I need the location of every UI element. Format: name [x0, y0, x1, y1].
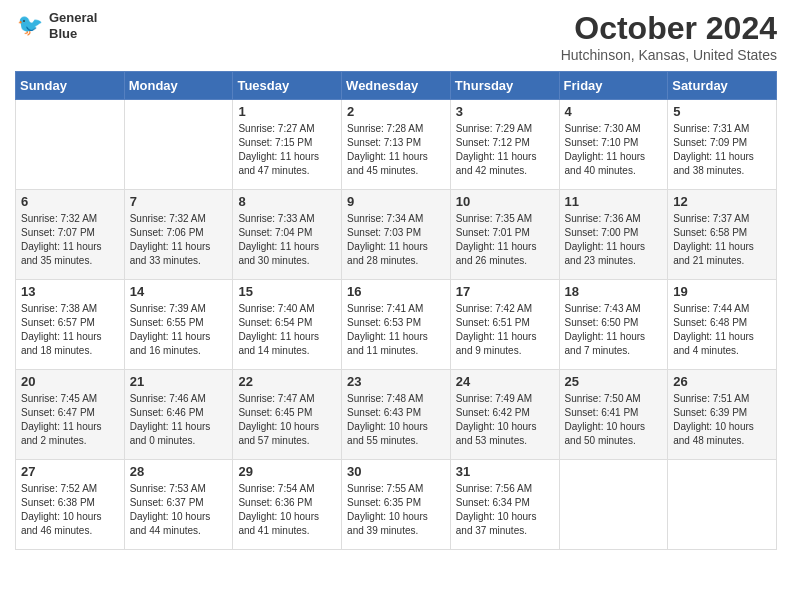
calendar-cell: 7Sunrise: 7:32 AM Sunset: 7:06 PM Daylig… [124, 190, 233, 280]
calendar-cell: 27Sunrise: 7:52 AM Sunset: 6:38 PM Dayli… [16, 460, 125, 550]
calendar-cell [559, 460, 668, 550]
day-number: 20 [21, 374, 119, 389]
calendar-cell: 5Sunrise: 7:31 AM Sunset: 7:09 PM Daylig… [668, 100, 777, 190]
day-number: 13 [21, 284, 119, 299]
day-number: 17 [456, 284, 554, 299]
calendar-cell [124, 100, 233, 190]
calendar-cell: 9Sunrise: 7:34 AM Sunset: 7:03 PM Daylig… [342, 190, 451, 280]
logo-text: General Blue [49, 10, 97, 41]
calendar-cell: 17Sunrise: 7:42 AM Sunset: 6:51 PM Dayli… [450, 280, 559, 370]
logo-icon: 🐦 [15, 11, 45, 41]
calendar-week-row: 6Sunrise: 7:32 AM Sunset: 7:07 PM Daylig… [16, 190, 777, 280]
day-info: Sunrise: 7:27 AM Sunset: 7:15 PM Dayligh… [238, 122, 336, 178]
day-info: Sunrise: 7:32 AM Sunset: 7:06 PM Dayligh… [130, 212, 228, 268]
calendar-cell: 10Sunrise: 7:35 AM Sunset: 7:01 PM Dayli… [450, 190, 559, 280]
calendar-cell: 12Sunrise: 7:37 AM Sunset: 6:58 PM Dayli… [668, 190, 777, 280]
day-info: Sunrise: 7:34 AM Sunset: 7:03 PM Dayligh… [347, 212, 445, 268]
logo: 🐦 General Blue [15, 10, 97, 41]
day-number: 9 [347, 194, 445, 209]
calendar-cell: 26Sunrise: 7:51 AM Sunset: 6:39 PM Dayli… [668, 370, 777, 460]
calendar-cell: 31Sunrise: 7:56 AM Sunset: 6:34 PM Dayli… [450, 460, 559, 550]
calendar-cell: 1Sunrise: 7:27 AM Sunset: 7:15 PM Daylig… [233, 100, 342, 190]
calendar-cell: 8Sunrise: 7:33 AM Sunset: 7:04 PM Daylig… [233, 190, 342, 280]
day-info: Sunrise: 7:54 AM Sunset: 6:36 PM Dayligh… [238, 482, 336, 538]
day-info: Sunrise: 7:48 AM Sunset: 6:43 PM Dayligh… [347, 392, 445, 448]
weekday-header-row: SundayMondayTuesdayWednesdayThursdayFrid… [16, 72, 777, 100]
day-info: Sunrise: 7:52 AM Sunset: 6:38 PM Dayligh… [21, 482, 119, 538]
day-info: Sunrise: 7:33 AM Sunset: 7:04 PM Dayligh… [238, 212, 336, 268]
day-number: 16 [347, 284, 445, 299]
calendar-cell: 25Sunrise: 7:50 AM Sunset: 6:41 PM Dayli… [559, 370, 668, 460]
day-info: Sunrise: 7:50 AM Sunset: 6:41 PM Dayligh… [565, 392, 663, 448]
day-info: Sunrise: 7:51 AM Sunset: 6:39 PM Dayligh… [673, 392, 771, 448]
svg-text:🐦: 🐦 [17, 12, 44, 38]
day-info: Sunrise: 7:30 AM Sunset: 7:10 PM Dayligh… [565, 122, 663, 178]
day-info: Sunrise: 7:44 AM Sunset: 6:48 PM Dayligh… [673, 302, 771, 358]
month-title: October 2024 [561, 10, 777, 47]
day-info: Sunrise: 7:56 AM Sunset: 6:34 PM Dayligh… [456, 482, 554, 538]
day-info: Sunrise: 7:29 AM Sunset: 7:12 PM Dayligh… [456, 122, 554, 178]
day-info: Sunrise: 7:37 AM Sunset: 6:58 PM Dayligh… [673, 212, 771, 268]
day-number: 6 [21, 194, 119, 209]
weekday-header: Monday [124, 72, 233, 100]
day-number: 15 [238, 284, 336, 299]
calendar-week-row: 20Sunrise: 7:45 AM Sunset: 6:47 PM Dayli… [16, 370, 777, 460]
day-info: Sunrise: 7:45 AM Sunset: 6:47 PM Dayligh… [21, 392, 119, 448]
weekday-header: Wednesday [342, 72, 451, 100]
calendar-cell: 20Sunrise: 7:45 AM Sunset: 6:47 PM Dayli… [16, 370, 125, 460]
day-number: 22 [238, 374, 336, 389]
weekday-header: Tuesday [233, 72, 342, 100]
calendar-cell: 21Sunrise: 7:46 AM Sunset: 6:46 PM Dayli… [124, 370, 233, 460]
day-info: Sunrise: 7:28 AM Sunset: 7:13 PM Dayligh… [347, 122, 445, 178]
day-info: Sunrise: 7:47 AM Sunset: 6:45 PM Dayligh… [238, 392, 336, 448]
calendar-cell: 2Sunrise: 7:28 AM Sunset: 7:13 PM Daylig… [342, 100, 451, 190]
day-info: Sunrise: 7:36 AM Sunset: 7:00 PM Dayligh… [565, 212, 663, 268]
day-info: Sunrise: 7:46 AM Sunset: 6:46 PM Dayligh… [130, 392, 228, 448]
day-number: 26 [673, 374, 771, 389]
title-block: October 2024 Hutchinson, Kansas, United … [561, 10, 777, 63]
calendar-cell: 22Sunrise: 7:47 AM Sunset: 6:45 PM Dayli… [233, 370, 342, 460]
day-info: Sunrise: 7:31 AM Sunset: 7:09 PM Dayligh… [673, 122, 771, 178]
day-number: 27 [21, 464, 119, 479]
day-number: 25 [565, 374, 663, 389]
day-number: 12 [673, 194, 771, 209]
calendar-cell: 4Sunrise: 7:30 AM Sunset: 7:10 PM Daylig… [559, 100, 668, 190]
day-info: Sunrise: 7:39 AM Sunset: 6:55 PM Dayligh… [130, 302, 228, 358]
calendar-week-row: 1Sunrise: 7:27 AM Sunset: 7:15 PM Daylig… [16, 100, 777, 190]
day-number: 18 [565, 284, 663, 299]
calendar-cell: 18Sunrise: 7:43 AM Sunset: 6:50 PM Dayli… [559, 280, 668, 370]
calendar-cell: 14Sunrise: 7:39 AM Sunset: 6:55 PM Dayli… [124, 280, 233, 370]
calendar-table: SundayMondayTuesdayWednesdayThursdayFrid… [15, 71, 777, 550]
day-number: 29 [238, 464, 336, 479]
calendar-cell: 16Sunrise: 7:41 AM Sunset: 6:53 PM Dayli… [342, 280, 451, 370]
day-number: 10 [456, 194, 554, 209]
page-header: 🐦 General Blue October 2024 Hutchinson, … [15, 10, 777, 63]
calendar-cell: 11Sunrise: 7:36 AM Sunset: 7:00 PM Dayli… [559, 190, 668, 280]
calendar-cell: 15Sunrise: 7:40 AM Sunset: 6:54 PM Dayli… [233, 280, 342, 370]
day-number: 5 [673, 104, 771, 119]
calendar-cell [668, 460, 777, 550]
day-info: Sunrise: 7:35 AM Sunset: 7:01 PM Dayligh… [456, 212, 554, 268]
location: Hutchinson, Kansas, United States [561, 47, 777, 63]
day-number: 19 [673, 284, 771, 299]
weekday-header: Thursday [450, 72, 559, 100]
day-number: 2 [347, 104, 445, 119]
day-number: 3 [456, 104, 554, 119]
day-number: 14 [130, 284, 228, 299]
weekday-header: Saturday [668, 72, 777, 100]
calendar-week-row: 27Sunrise: 7:52 AM Sunset: 6:38 PM Dayli… [16, 460, 777, 550]
calendar-cell: 28Sunrise: 7:53 AM Sunset: 6:37 PM Dayli… [124, 460, 233, 550]
calendar-cell: 23Sunrise: 7:48 AM Sunset: 6:43 PM Dayli… [342, 370, 451, 460]
day-number: 31 [456, 464, 554, 479]
day-number: 11 [565, 194, 663, 209]
day-info: Sunrise: 7:40 AM Sunset: 6:54 PM Dayligh… [238, 302, 336, 358]
day-info: Sunrise: 7:42 AM Sunset: 6:51 PM Dayligh… [456, 302, 554, 358]
calendar-week-row: 13Sunrise: 7:38 AM Sunset: 6:57 PM Dayli… [16, 280, 777, 370]
day-number: 7 [130, 194, 228, 209]
calendar-cell: 6Sunrise: 7:32 AM Sunset: 7:07 PM Daylig… [16, 190, 125, 280]
day-info: Sunrise: 7:49 AM Sunset: 6:42 PM Dayligh… [456, 392, 554, 448]
calendar-cell [16, 100, 125, 190]
weekday-header: Friday [559, 72, 668, 100]
day-number: 28 [130, 464, 228, 479]
day-info: Sunrise: 7:53 AM Sunset: 6:37 PM Dayligh… [130, 482, 228, 538]
